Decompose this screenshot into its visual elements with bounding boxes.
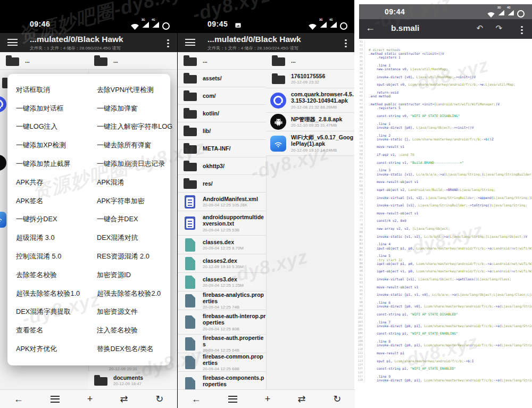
hamburger-menu-icon[interactable] bbox=[185, 39, 195, 46]
undo-icon[interactable]: ↶ bbox=[476, 23, 483, 33]
file-row[interactable]: ... bbox=[0, 52, 88, 70]
line-number: 61 bbox=[354, 156, 365, 160]
line-number: 78 bbox=[354, 223, 365, 227]
menu-item[interactable]: 对话框取消 bbox=[16, 81, 97, 99]
menu-item[interactable]: 控制流混淆 5.0 bbox=[16, 247, 97, 266]
overflow-menu-icon[interactable] bbox=[164, 38, 172, 49]
code-line: 63 bbox=[354, 164, 532, 168]
file-row[interactable]: AndroidManifest.xml20-09-04 12:25 105.28… bbox=[178, 193, 266, 211]
menu-item[interactable]: 一键去除所有弹窗 bbox=[97, 136, 172, 155]
code-editor-area[interactable]: 313233# direct methods34.method static c… bbox=[354, 40, 532, 408]
file-row[interactable]: NP管理器_2.8.8.apk20-12-10 09:35 31.47MB bbox=[266, 113, 354, 131]
file-row[interactable]: com.quark.browser-4.5.3.153-120-104941.a… bbox=[266, 88, 354, 113]
menu-item[interactable]: 超强去除签名校验1.0 bbox=[16, 285, 97, 303]
code-line: 79 new-array v2, v2, [Ljava/lang/Object; bbox=[354, 227, 532, 230]
code-line: 65 invoke-static {v1}, Lc/a/b/a/a;->a(Lj… bbox=[354, 172, 532, 176]
file-row[interactable]: assets/ bbox=[178, 70, 266, 87]
back-button[interactable]: ← bbox=[192, 394, 201, 404]
view-list-button[interactable] bbox=[51, 396, 60, 403]
code-line: 60 if-eqz v1, :cond_78 bbox=[354, 153, 532, 156]
file-list-right-column[interactable]: ...1761017555620-12-09 23:32com.quark.br… bbox=[266, 52, 354, 390]
line-number: 47 bbox=[354, 102, 365, 106]
file-row[interactable]: kotlin/ bbox=[178, 105, 266, 122]
file-name: ... bbox=[113, 57, 177, 64]
add-button[interactable]: + bbox=[87, 394, 93, 404]
code-line: 57 bbox=[354, 141, 532, 145]
file-row[interactable]: firebase-auth-interop.properties20-09-04… bbox=[178, 310, 266, 335]
file-row[interactable]: ... bbox=[178, 52, 266, 70]
menu-item[interactable]: 加密资源ID bbox=[97, 266, 172, 285]
file-meta: 20-12-09 19:10 14.24MB bbox=[291, 148, 354, 153]
file-row[interactable]: com/ bbox=[178, 87, 266, 105]
add-button[interactable]: + bbox=[265, 394, 271, 404]
menu-item[interactable]: 一键添加禁止截屏 bbox=[16, 155, 97, 173]
refresh-button[interactable]: ↻ bbox=[333, 394, 341, 404]
file-row[interactable]: META-INF/ bbox=[178, 140, 266, 157]
file-row-documents[interactable]: documents 20-12-09 18:47 bbox=[88, 371, 177, 390]
hamburger-menu-icon[interactable] bbox=[7, 39, 18, 46]
menu-item[interactable]: 一键注入解密字符串LOG bbox=[97, 118, 172, 137]
menu-item[interactable]: 注入签名校验 bbox=[97, 321, 172, 340]
menu-item[interactable]: 查看签名 bbox=[16, 321, 97, 340]
file-row[interactable]: classes2.dex20-12-09 19:10 5.35M bbox=[178, 254, 266, 273]
menu-item[interactable]: 一键添加对话框 bbox=[16, 99, 97, 118]
file-row[interactable]: 1761017555620-12-09 23:32 bbox=[266, 70, 354, 88]
file-row[interactable]: WiFi大师_v5.0.17_GooglePlay(1).apk20-12-09… bbox=[266, 131, 354, 156]
file-row[interactable]: classes.dex20-09-04 12:25 8.70M bbox=[178, 236, 266, 254]
overflow-menu-icon[interactable] bbox=[342, 38, 350, 49]
overflow-menu-icon[interactable] bbox=[518, 24, 526, 36]
view-list-button[interactable] bbox=[228, 396, 237, 403]
menu-item[interactable]: 一键LOG注入 bbox=[16, 118, 97, 137]
menu-item[interactable]: 一键添加弹窗 bbox=[97, 99, 172, 118]
file-row[interactable]: okhttp3/ bbox=[178, 157, 266, 175]
menu-item[interactable]: APK混淆 bbox=[97, 173, 172, 192]
file-name: ... bbox=[25, 57, 88, 64]
menu-item[interactable]: APK共存 bbox=[16, 173, 97, 192]
file-row[interactable]: firebase-analytics.properties20-09-04 12… bbox=[178, 292, 266, 310]
file-row[interactable]: res/ bbox=[178, 175, 266, 193]
file-row[interactable]: classes3.dex20-09-04 12:25 1.25M bbox=[178, 273, 266, 292]
menu-item[interactable]: 超级混淆 3.0 bbox=[16, 229, 97, 247]
data-saver-icon bbox=[517, 10, 525, 18]
code-line: 53 invoke-direct {p0}, Ljava/lang/Object… bbox=[354, 126, 532, 129]
file-name: firebase-analytics.properties bbox=[203, 292, 266, 304]
menu-item[interactable]: 替换DEX包名/类名 bbox=[97, 340, 172, 359]
file-row[interactable]: ... bbox=[266, 52, 354, 70]
code-line: 42 sput-object v0, Lcom/share/masterkey/… bbox=[354, 82, 532, 86]
menu-item[interactable]: 加密资源文件 bbox=[97, 303, 172, 322]
menu-item[interactable]: 一键拆分DEX bbox=[16, 211, 97, 229]
transfer-button[interactable]: ⇄ bbox=[298, 394, 306, 404]
menu-item[interactable]: APK对齐优化 bbox=[16, 340, 97, 359]
menu-item[interactable]: DEX混淆对抗 bbox=[97, 229, 172, 247]
file-row[interactable]: androidsupportmultidexversion.txt20-09-0… bbox=[178, 211, 266, 236]
transfer-button[interactable]: ⇄ bbox=[120, 394, 128, 404]
back-arrow-icon[interactable]: ← bbox=[365, 22, 375, 34]
file-row[interactable]: firebase-components.properties20-09-04 1… bbox=[178, 372, 266, 390]
menu-item[interactable]: 一键添加崩溃日志记录 bbox=[97, 155, 172, 173]
menu-item[interactable]: DEX混淆字典提取 bbox=[16, 303, 97, 322]
folder-icon bbox=[184, 110, 197, 119]
redo-icon[interactable]: ↷ bbox=[495, 23, 502, 33]
code-line: 90 iget-object v1, p0, Lcom/share/master… bbox=[354, 269, 532, 273]
back-button[interactable]: ← bbox=[14, 394, 23, 404]
file-meta: 20-12-10 09:35 31.47MB bbox=[291, 123, 354, 128]
code-line: 36 bbox=[354, 60, 532, 63]
menu-item[interactable]: 去除VPN/代理检测 bbox=[97, 81, 172, 99]
menu-item[interactable]: 一键添加XP检测 bbox=[16, 136, 97, 155]
menu-item[interactable]: APK签名 bbox=[16, 192, 97, 211]
file-row[interactable]: firebase-auth.properties20-09-04 12:25 6… bbox=[178, 335, 266, 353]
path-title: ...mulated/0/Black Hawk bbox=[207, 35, 301, 44]
file-row[interactable]: firebase-common.properties20-09-04 12:25… bbox=[178, 353, 266, 372]
code-line: 31 bbox=[354, 40, 532, 44]
menu-item[interactable]: 去除签名校验 bbox=[16, 266, 97, 285]
menu-item[interactable]: APK字符串加密 bbox=[97, 192, 172, 211]
line-number: 109 bbox=[354, 343, 365, 347]
refresh-button[interactable]: ↻ bbox=[155, 394, 163, 404]
file-row[interactable]: lib/ bbox=[178, 122, 266, 140]
file-list-left-column[interactable]: ...assets/com/kotlin/lib/META-INF/okhttp… bbox=[178, 52, 267, 390]
menu-item[interactable]: RES资源混淆 2.0 bbox=[97, 247, 172, 266]
menu-item[interactable]: 一键合并DEX bbox=[97, 211, 172, 229]
menu-item[interactable]: 超强去除签名校验2.0 bbox=[97, 285, 172, 303]
file-row[interactable]: ... bbox=[88, 52, 177, 70]
wifi-icon bbox=[309, 24, 317, 30]
